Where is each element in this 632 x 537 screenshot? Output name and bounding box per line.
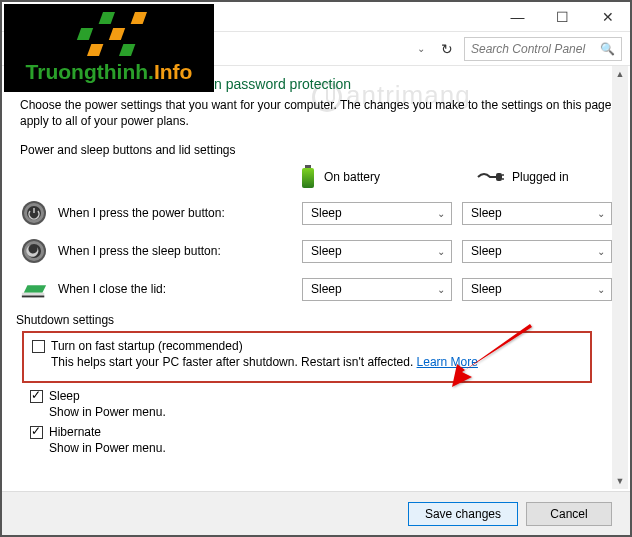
section-label-power-buttons: Power and sleep buttons and lid settings <box>20 143 612 157</box>
hibernate-checkbox[interactable] <box>30 426 43 439</box>
hibernate-option-description: Show in Power menu. <box>30 441 612 455</box>
save-changes-button[interactable]: Save changes <box>408 502 518 526</box>
chevron-down-icon: ⌄ <box>597 284 605 295</box>
footer-bar: Save changes Cancel <box>2 491 630 535</box>
hibernate-option-label: Hibernate <box>49 425 101 439</box>
close-button[interactable]: ✕ <box>585 2 630 31</box>
row-label: When I press the sleep button: <box>58 244 292 258</box>
learn-more-link[interactable]: Learn More <box>417 355 478 369</box>
sleep-option-label: Sleep <box>49 389 80 403</box>
column-label: On battery <box>324 170 380 184</box>
row-label: When I close the lid: <box>58 282 292 296</box>
fast-startup-label: Turn on fast startup (recommended) <box>51 339 243 353</box>
svg-rect-1 <box>302 168 314 188</box>
search-icon: 🔍 <box>600 42 615 56</box>
chevron-down-icon: ⌄ <box>437 284 445 295</box>
close-lid-battery-select[interactable]: Sleep⌄ <box>302 278 452 301</box>
sleep-button-battery-select[interactable]: Sleep⌄ <box>302 240 452 263</box>
vertical-scrollbar[interactable]: ▲ ▼ <box>612 66 628 489</box>
svg-rect-2 <box>496 173 502 181</box>
fast-startup-highlight: Turn on fast startup (recommended) This … <box>22 331 592 383</box>
scroll-down-icon[interactable]: ▼ <box>612 473 628 489</box>
chevron-down-icon: ⌄ <box>437 246 445 257</box>
chevron-down-icon: ⌄ <box>597 246 605 257</box>
column-label: Plugged in <box>512 170 569 184</box>
sleep-button-icon <box>20 237 48 265</box>
close-lid-row: When I close the lid: Sleep⌄ Sleep⌄ <box>20 275 612 303</box>
column-header-plugged: Plugged in <box>476 165 612 189</box>
column-header-battery: On battery <box>300 165 436 189</box>
battery-icon <box>300 165 316 189</box>
logo-text: Truongthinh.Info <box>26 60 193 84</box>
svg-rect-11 <box>22 296 44 298</box>
scroll-up-icon[interactable]: ▲ <box>612 66 628 82</box>
svg-rect-0 <box>305 165 311 168</box>
close-lid-plugged-select[interactable]: Sleep⌄ <box>462 278 612 301</box>
search-placeholder: Search Control Panel <box>471 42 585 56</box>
refresh-button[interactable]: ↻ <box>436 38 458 60</box>
search-input[interactable]: Search Control Panel 🔍 <box>464 37 622 61</box>
laptop-lid-icon <box>20 275 48 303</box>
cancel-button[interactable]: Cancel <box>526 502 612 526</box>
maximize-button[interactable]: ☐ <box>540 2 585 31</box>
fast-startup-description: This helps start your PC faster after sh… <box>32 355 582 369</box>
logo-overlay: Truongthinh.Info <box>4 4 214 92</box>
chevron-down-icon: ⌄ <box>437 208 445 219</box>
power-button-battery-select[interactable]: Sleep⌄ <box>302 202 452 225</box>
breadcrumb-dropdown-icon[interactable]: ⌄ <box>412 40 430 58</box>
power-button-icon <box>20 199 48 227</box>
plug-icon <box>476 169 504 185</box>
power-button-row: When I press the power button: Sleep⌄ Sl… <box>20 199 612 227</box>
fast-startup-checkbox[interactable] <box>32 340 45 353</box>
column-headers: On battery Plugged in <box>20 165 612 189</box>
sleep-button-plugged-select[interactable]: Sleep⌄ <box>462 240 612 263</box>
sleep-option-description: Show in Power menu. <box>30 405 612 419</box>
section-label-shutdown: Shutdown settings <box>16 313 612 327</box>
chevron-down-icon: ⌄ <box>597 208 605 219</box>
minimize-button[interactable]: — <box>495 2 540 31</box>
power-button-plugged-select[interactable]: Sleep⌄ <box>462 202 612 225</box>
main-content: rn on password protection Choose the pow… <box>2 66 630 491</box>
row-label: When I press the power button: <box>58 206 292 220</box>
sleep-button-row: When I press the sleep button: Sleep⌄ Sl… <box>20 237 612 265</box>
page-description: Choose the power settings that you want … <box>20 98 612 129</box>
sleep-checkbox[interactable] <box>30 390 43 403</box>
logo-icon <box>71 12 147 56</box>
